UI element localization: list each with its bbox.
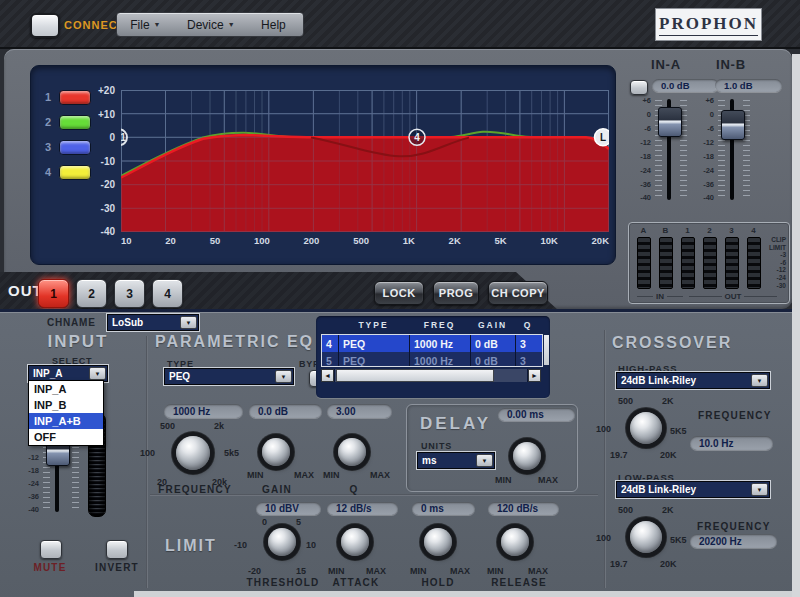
dropdown-arrow-icon[interactable]: ▼ xyxy=(275,370,292,383)
fader-scale-label: -18 xyxy=(28,467,39,475)
fader-scale-label: +6 xyxy=(705,97,714,105)
x-tick-label: 50 xyxy=(210,235,221,246)
output-channel-tab[interactable]: 3 xyxy=(114,279,145,308)
select-option[interactable]: OFF xyxy=(29,429,103,445)
lowpass-frequency-display: 20200 Hz xyxy=(690,534,777,548)
knob-scale-label: 5K5 xyxy=(670,535,687,545)
eq-table-row[interactable]: 5 PEQ 1000 Hz 0 dB 3 xyxy=(322,352,542,367)
invert-button[interactable] xyxy=(106,540,128,559)
fader-scale-label: -18 xyxy=(703,153,714,161)
select-option[interactable]: INP_A xyxy=(29,381,103,397)
dropdown-arrow-icon[interactable]: ▼ xyxy=(751,374,768,387)
select-option[interactable]: INP_A+B xyxy=(29,413,103,429)
scroll-left-icon[interactable]: ◄ xyxy=(321,369,334,382)
meter-group-in: IN xyxy=(637,292,683,301)
ch-copy-button[interactable]: CH COPY xyxy=(488,281,548,305)
knob-max-label: MAX xyxy=(528,566,548,576)
meter-label: 1 xyxy=(685,226,689,235)
trim-link-button[interactable] xyxy=(630,80,648,95)
meter-scale: CLIPLIMIT-3-6-12-24-30 xyxy=(769,236,786,289)
eq-type-dropdown[interactable]: PEQ ▼ xyxy=(164,368,294,385)
eq-frequency-knob[interactable] xyxy=(176,436,210,470)
knob-scale-label: 20K xyxy=(660,450,677,460)
eq-q-knob[interactable] xyxy=(338,438,366,466)
units-label: UNITS xyxy=(421,441,452,451)
dropdown-arrow-icon[interactable]: ▼ xyxy=(180,316,197,329)
eq-table-row[interactable]: 4 PEQ 1000 Hz 0 dB 3 xyxy=(322,335,542,352)
scrollbar-thumb[interactable] xyxy=(336,369,494,382)
delay-units-dropdown[interactable]: ms ▼ xyxy=(417,452,495,469)
dropdown-arrow-icon[interactable]: ▼ xyxy=(89,367,106,380)
hold-knob[interactable] xyxy=(424,528,452,556)
in-b-fader[interactable]: +60-6-12-18-24-36-40 xyxy=(701,97,753,202)
mute-button[interactable] xyxy=(40,540,62,559)
fader-scale: +60-6-12-18-24-36-40 xyxy=(638,97,651,202)
in-a-fader-handle[interactable] xyxy=(658,107,682,137)
y-tick-label: -10 xyxy=(101,156,115,167)
meter-column: A xyxy=(637,226,650,289)
meter-bridge: A B 1 2 3 xyxy=(628,222,790,304)
fader-scale-label: -12 xyxy=(28,454,39,462)
section-divider xyxy=(604,330,606,588)
lowpass-filter-dropdown[interactable]: 24dB Link-Riley ▼ xyxy=(616,481,770,498)
dropdown-arrow-icon[interactable]: ▼ xyxy=(476,454,493,467)
fader-scale-label: -36 xyxy=(28,493,39,501)
highpass-frequency-caption: FREQUENCY xyxy=(698,410,772,421)
knob-scale-label: 2K xyxy=(662,505,674,515)
meter-column: 1 xyxy=(681,226,694,289)
highpass-frequency-display: 10.0 Hz xyxy=(690,436,773,450)
knob-min-label: MIN xyxy=(323,470,340,480)
output-channel-tab[interactable]: 1 xyxy=(38,279,69,308)
meter-scale-label: -30 xyxy=(777,282,786,290)
fader-scale-label: -6 xyxy=(707,125,714,133)
meter-led-bar xyxy=(637,237,651,289)
limit-section-title: LIMIT xyxy=(165,537,217,555)
meter-scale-label: LIMIT xyxy=(769,244,786,252)
meter-scale-label: -24 xyxy=(777,274,786,282)
eq-table-header: Q xyxy=(515,320,541,330)
connect-button[interactable] xyxy=(30,13,60,38)
y-tick-label: +10 xyxy=(98,109,115,120)
menu-item[interactable]: Device▼ xyxy=(187,18,235,32)
fader-scale-label: -24 xyxy=(28,480,39,488)
window-edge xyxy=(792,54,800,597)
menu-item[interactable]: Help xyxy=(261,18,290,32)
threshold-display: 10 dBV xyxy=(256,502,321,515)
scroll-right-icon[interactable]: ► xyxy=(528,369,541,382)
eq-table-header: GAIN xyxy=(470,320,515,330)
knob-scale-label: 5K5 xyxy=(670,426,687,436)
dropdown-arrow-icon[interactable]: ▼ xyxy=(751,483,768,496)
eq-plot-area: 1 4 L xyxy=(121,90,609,232)
lowpass-frequency-knob[interactable] xyxy=(630,521,662,553)
output-channel-tab[interactable]: 4 xyxy=(152,279,183,308)
knob-scale-label: 100 xyxy=(140,448,155,458)
lock-button[interactable]: LOCK xyxy=(374,281,424,305)
attack-knob[interactable] xyxy=(341,528,369,556)
knob-scale-label: 19.7 xyxy=(610,559,628,569)
input-section-title: INPUT xyxy=(24,332,132,352)
delay-knob[interactable] xyxy=(513,442,541,470)
delay-section: DELAY 0.00 ms UNITS ms ▼ MIN MAX xyxy=(406,404,578,492)
highpass-filter-dropdown[interactable]: 24dB Link-Riley ▼ xyxy=(616,372,770,389)
output-channel-tab[interactable]: 2 xyxy=(76,279,107,308)
scrollbar-track[interactable] xyxy=(335,369,527,382)
prog-button[interactable]: PROG xyxy=(433,281,479,305)
highpass-frequency-knob[interactable] xyxy=(630,412,662,444)
y-axis-ticks: +20+100-10-20-30-40 xyxy=(77,85,115,237)
chname-dropdown[interactable]: LoSub ▼ xyxy=(107,314,199,331)
fader-scale-label: -12 xyxy=(703,139,714,147)
cell-freq: 1000 Hz xyxy=(410,352,471,367)
in-b-fader-handle[interactable] xyxy=(721,110,745,140)
release-knob[interactable] xyxy=(501,528,529,556)
menu-item[interactable]: File▼ xyxy=(130,18,160,32)
fader-scale-label: -18 xyxy=(640,153,651,161)
invert-label: INVERT xyxy=(94,562,140,573)
knob-min-label: MIN xyxy=(410,566,427,576)
eq-table-vertical-scrollbar[interactable] xyxy=(544,335,549,365)
in-a-fader[interactable]: +60-6-12-18-24-36-40 xyxy=(638,97,690,202)
fader-scale-label: -40 xyxy=(703,194,714,202)
eq-gain-knob[interactable] xyxy=(262,438,290,466)
threshold-knob[interactable] xyxy=(268,528,296,556)
meter-label: B xyxy=(663,226,669,235)
select-option[interactable]: INP_B xyxy=(29,397,103,413)
